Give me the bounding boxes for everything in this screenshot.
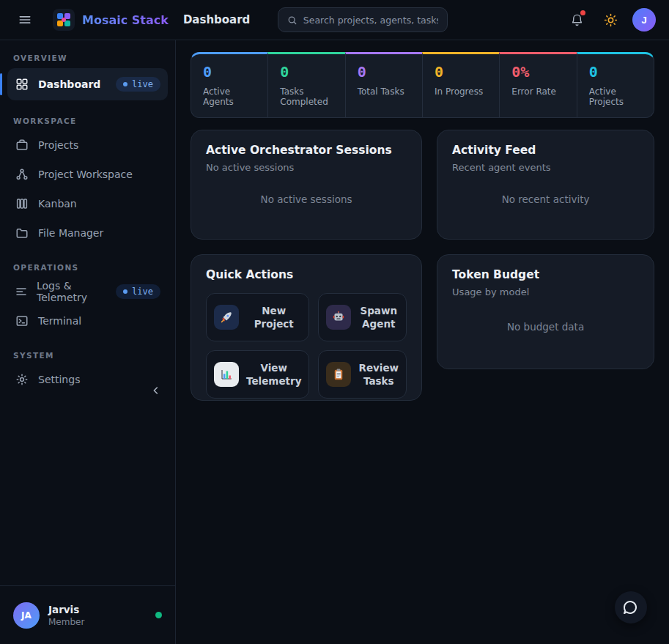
user-avatar: JA — [13, 602, 40, 629]
sidebar: OVERVIEW Dashboard live WORKSPACE — [0, 40, 176, 644]
hamburger-icon — [18, 12, 32, 27]
live-badge-label: live — [132, 286, 153, 297]
spawn-agent-button[interactable]: Spawn Agent — [318, 293, 407, 341]
terminal-icon — [15, 314, 29, 327]
card-title: Activity Feed — [452, 144, 639, 157]
sidebar-item-label: Project Workspace — [38, 169, 133, 180]
card-subtitle: Recent agent events — [452, 162, 639, 173]
quick-action-label: New Project — [246, 304, 301, 330]
stat-value: 0% — [511, 63, 564, 81]
network-nodes-icon — [15, 168, 29, 181]
sidebar-collapse-button[interactable] — [150, 385, 162, 396]
card-subtitle: Usage by model — [452, 286, 639, 297]
sidebar-item-dashboard[interactable]: Dashboard live — [7, 68, 168, 100]
stat-value: 0 — [435, 63, 487, 81]
search-icon — [287, 15, 297, 26]
gear-icon — [15, 373, 29, 386]
live-dot-icon — [123, 289, 127, 294]
stat-card-error-rate: 0% Error Rate — [499, 52, 577, 118]
sidebar-item-label: Logs & Telemetry — [37, 280, 107, 303]
search-bar[interactable] — [278, 7, 448, 32]
stat-label: In Progress — [435, 86, 487, 97]
quick-action-label: Spawn Agent — [358, 304, 399, 330]
card-title: Active Orchestrator Sessions — [206, 144, 407, 157]
quick-action-label: View Telemetry — [246, 361, 301, 388]
stat-value: 0 — [280, 63, 333, 81]
card-title: Quick Actions — [206, 268, 407, 281]
bar-chart-icon — [214, 362, 239, 387]
mosaic-logo-icon — [53, 9, 75, 31]
notification-dot — [580, 10, 585, 15]
new-project-button[interactable]: New Project — [206, 293, 309, 341]
theme-toggle-button[interactable] — [599, 8, 622, 32]
chevron-left-icon — [150, 385, 162, 396]
live-dot-icon — [123, 82, 127, 86]
hamburger-menu-button[interactable] — [13, 8, 37, 32]
online-status-dot — [155, 612, 162, 618]
notifications-button[interactable] — [565, 8, 588, 32]
user-avatar-button[interactable]: J — [632, 8, 656, 32]
log-lines-icon — [15, 285, 28, 298]
sidebar-item-kanban[interactable]: Kanban — [7, 190, 168, 218]
robot-icon — [326, 305, 351, 330]
stat-label: Active Projects — [589, 86, 642, 107]
stat-card-tasks-completed: 0 Tasks Completed — [267, 52, 345, 118]
rocket-icon — [214, 305, 239, 330]
folder-icon — [15, 226, 29, 240]
main-content: 0 Active Agents 0 Tasks Completed 0 Tota… — [176, 40, 669, 644]
sidebar-item-label: Settings — [38, 374, 80, 385]
stat-card-active-agents: 0 Active Agents — [191, 52, 268, 118]
cards-grid: Active Orchestrator Sessions No active s… — [191, 130, 654, 401]
chat-button[interactable] — [615, 591, 647, 623]
card-subtitle: No active sessions — [206, 162, 407, 173]
view-telemetry-button[interactable]: View Telemetry — [206, 350, 309, 399]
clipboard-icon — [326, 362, 351, 387]
chat-bubble-icon — [622, 599, 640, 616]
sidebar-item-label: Dashboard — [38, 78, 100, 90]
brand-name: Mosaic Stack — [82, 13, 169, 27]
sidebar-item-settings[interactable]: Settings — [7, 366, 168, 393]
user-initials: JA — [21, 610, 32, 621]
live-badge: live — [116, 284, 160, 299]
brand[interactable]: Mosaic Stack — [53, 9, 169, 31]
live-badge: live — [116, 77, 160, 92]
sidebar-item-file-manager[interactable]: File Manager — [7, 219, 168, 247]
search-input[interactable] — [303, 15, 439, 26]
stat-label: Active Agents — [203, 86, 256, 107]
sidebar-item-label: Kanban — [38, 198, 77, 210]
card-title: Token Budget — [452, 268, 639, 281]
sidebar-item-terminal[interactable]: Terminal — [7, 307, 168, 335]
top-header: Mosaic Stack Dashboard J — [0, 0, 669, 40]
user-profile[interactable]: JA Jarvis Member — [0, 585, 175, 644]
sun-icon — [604, 13, 618, 27]
live-badge-label: live — [132, 79, 153, 89]
stat-card-active-projects: 0 Active Projects — [577, 52, 654, 118]
stat-value: 0 — [589, 63, 642, 81]
active-indicator-bar — [0, 73, 2, 95]
dashboard-grid-icon — [15, 78, 29, 91]
sidebar-item-projects[interactable]: Projects — [7, 131, 168, 159]
quick-actions-grid: New Project — [206, 293, 407, 399]
stat-value: 0 — [203, 63, 256, 81]
sidebar-item-label: Projects — [38, 139, 78, 151]
sidebar-item-logs-telemetry[interactable]: Logs & Telemetry live — [7, 278, 168, 306]
empty-state: No recent activity — [452, 173, 639, 226]
stat-label: Error Rate — [511, 86, 564, 97]
review-tasks-button[interactable]: Review Tasks — [318, 350, 407, 399]
sidebar-nav: OVERVIEW Dashboard live WORKSPACE — [0, 40, 175, 585]
stat-label: Total Tasks — [358, 86, 410, 97]
section-label-overview: OVERVIEW — [7, 48, 168, 67]
stat-card-in-progress: 0 In Progress — [422, 52, 500, 118]
quick-actions-card: Quick Actions New Project — [191, 254, 422, 401]
activity-feed-card: Activity Feed Recent agent events No rec… — [437, 130, 654, 240]
sessions-card: Active Orchestrator Sessions No active s… — [191, 130, 422, 240]
user-name: Jarvis — [48, 604, 84, 615]
sidebar-item-project-workspace[interactable]: Project Workspace — [7, 160, 168, 188]
kanban-columns-icon — [15, 197, 29, 210]
header-page-title: Dashboard — [183, 13, 250, 26]
section-label-workspace: WORKSPACE — [7, 111, 168, 130]
user-role: Member — [48, 617, 84, 627]
section-label-system: SYSTEM — [7, 345, 168, 364]
avatar-initial: J — [641, 15, 646, 26]
stat-label: Tasks Completed — [280, 86, 333, 107]
